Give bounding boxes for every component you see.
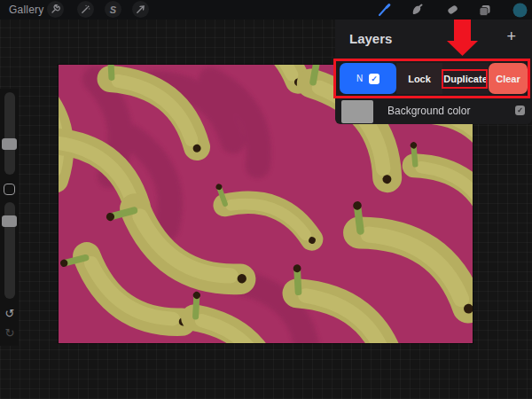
layer-row-swiped: N ✓ Lock Duplicate Clear bbox=[335, 63, 532, 94]
active-color-swatch bbox=[512, 3, 528, 18]
layers-panel-header: Layers + bbox=[335, 20, 532, 57]
eraser-icon bbox=[446, 4, 458, 16]
background-layer-row[interactable]: Background color ✓ bbox=[335, 98, 532, 124]
top-toolbar: Gallery S bbox=[0, 0, 532, 20]
background-visibility-checkbox[interactable]: ✓ bbox=[515, 106, 525, 115]
brush-size-handle[interactable] bbox=[2, 138, 17, 150]
opacity-handle[interactable] bbox=[2, 215, 17, 227]
background-layer-label: Background color bbox=[387, 105, 470, 117]
cursor-arrow-icon bbox=[136, 4, 145, 14]
brush-icon bbox=[378, 4, 391, 17]
layer-1[interactable]: N ✓ bbox=[340, 63, 396, 94]
brush-button[interactable] bbox=[375, 1, 393, 19]
layers-panel: Layers + N ✓ Lock Duplicate Clear Backgr… bbox=[335, 20, 532, 124]
add-layer-button[interactable]: + bbox=[506, 28, 516, 44]
selection-s-icon: S bbox=[110, 4, 116, 15]
color-button[interactable] bbox=[511, 1, 528, 19]
smudge-finger-icon bbox=[411, 4, 423, 16]
lock-button[interactable]: Lock bbox=[396, 63, 442, 94]
layers-title: Layers bbox=[349, 31, 392, 46]
duplicate-button[interactable]: Duplicate bbox=[442, 63, 489, 94]
magic-wand-icon bbox=[81, 4, 90, 14]
wrench-icon bbox=[51, 4, 60, 14]
background-color-swatch[interactable] bbox=[341, 100, 373, 123]
blend-mode-badge[interactable]: N bbox=[356, 74, 363, 83]
procreate-app: ↺ ↻ Gallery S bbox=[0, 0, 532, 399]
brush-size-slider[interactable] bbox=[4, 92, 15, 175]
eraser-button[interactable] bbox=[443, 1, 461, 19]
modify-button[interactable] bbox=[4, 184, 15, 195]
actions-button[interactable] bbox=[47, 1, 64, 18]
smudge-button[interactable] bbox=[408, 1, 426, 19]
sidebar-controls: ↺ ↻ bbox=[0, 89, 19, 346]
layer-visibility-checkbox[interactable]: ✓ bbox=[369, 74, 379, 84]
layers-button[interactable] bbox=[475, 1, 493, 19]
selection-button[interactable]: S bbox=[105, 1, 121, 18]
gallery-button[interactable]: Gallery bbox=[9, 4, 43, 16]
redo-icon[interactable]: ↻ bbox=[2, 326, 18, 340]
undo-icon[interactable]: ↺ bbox=[2, 307, 18, 320]
adjustments-button[interactable] bbox=[77, 1, 94, 18]
layers-icon bbox=[478, 4, 491, 17]
transform-button[interactable] bbox=[132, 1, 149, 18]
clear-button[interactable]: Clear bbox=[489, 63, 528, 94]
